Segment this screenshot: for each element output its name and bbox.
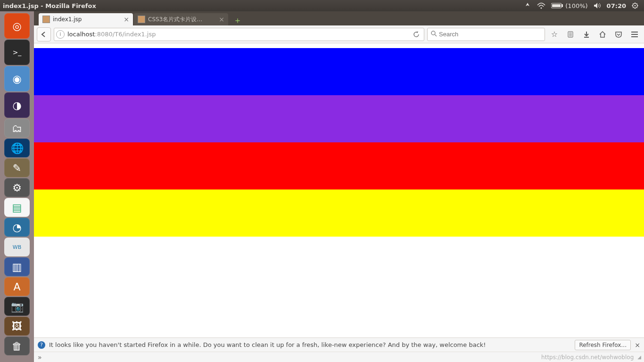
tab-close-button[interactable]: × (219, 16, 224, 23)
window-title: index1.jsp - Mozilla Firefox (3, 2, 96, 9)
svg-rect-3 (552, 4, 561, 7)
search-input[interactable] (439, 31, 542, 38)
launcher-files[interactable]: 🗂 (4, 119, 30, 138)
svg-line-7 (435, 34, 437, 36)
notification-bar: ? It looks like you haven't started Fire… (34, 337, 644, 352)
software-icon: A (13, 281, 20, 293)
search-bar[interactable] (427, 28, 545, 41)
files-icon: 🗂 (12, 123, 22, 134)
clipboard-icon (567, 31, 574, 38)
notification-text: It looks like you haven't started Firefo… (49, 341, 486, 348)
pocket-icon (615, 31, 622, 38)
color-stripe (34, 189, 644, 237)
battery-text: (100%) (565, 2, 587, 9)
launcher-software[interactable]: A (4, 277, 30, 296)
eclipse-icon: ◑ (12, 99, 21, 111)
home-icon (599, 31, 606, 38)
battery-indicator[interactable]: (100%) (551, 2, 587, 9)
firefox-icon: 🌐 (11, 142, 24, 154)
launcher-settings[interactable]: ⚙ (4, 178, 30, 197)
settings-icon: ⚙ (12, 182, 22, 194)
ubuntu-menubar: index1.jsp - Mozilla Firefox (100%) 07:2… (0, 0, 644, 11)
bookmark-star-button[interactable]: ☆ (548, 28, 561, 41)
info-icon: ? (38, 341, 45, 349)
color-stripe (34, 48, 644, 95)
notification-close-button[interactable]: × (635, 341, 640, 349)
back-button[interactable] (37, 27, 51, 41)
reload-icon (413, 31, 420, 38)
disk-icon: ◔ (12, 222, 21, 233)
unity-launcher: ◎ >_ ◉ ◑ 🗂 🌐 ✎ ⚙ ▤ ◔ WB ▥ A 📷 🖼 🗑 (0, 11, 34, 362)
clock[interactable]: 07:20 (607, 2, 626, 9)
color-stripe (34, 95, 644, 142)
status-bar: » https://blog.csdn.net/wohwoblog ◢ (34, 352, 644, 362)
color-stripe (34, 142, 644, 189)
home-button[interactable] (596, 28, 609, 41)
launcher-monitor[interactable]: ▥ (4, 257, 30, 276)
launcher-trash[interactable]: 🗑 (4, 337, 30, 355)
tab-label: CSS3名片式卡片设… (148, 16, 216, 24)
wifi-indicator-icon[interactable] (537, 2, 545, 9)
resize-grip-icon[interactable]: ◢ (637, 354, 640, 360)
overflow-chevron-icon[interactable]: » (38, 354, 42, 361)
libreoffice-icon: ▤ (12, 202, 22, 214)
reload-button[interactable] (411, 29, 422, 40)
favicon-icon (138, 16, 145, 23)
session-gear-icon[interactable] (632, 2, 638, 9)
tab-label: index1.jsp (53, 16, 121, 23)
tab-index1[interactable]: index1.jsp × (39, 13, 133, 25)
shotwell-icon: 🖼 (12, 321, 22, 332)
launcher-ubuntu-dash[interactable]: ◎ (4, 13, 30, 39)
launcher-workbench[interactable]: WB (4, 238, 30, 256)
search-icon (430, 30, 437, 38)
launcher-text-editor[interactable]: ✎ (4, 158, 30, 177)
downloads-button[interactable] (580, 28, 593, 41)
launcher-firefox[interactable]: 🌐 (4, 139, 30, 157)
site-info-icon[interactable]: i (56, 30, 65, 39)
launcher-libreoffice[interactable]: ▤ (4, 198, 30, 217)
sound-indicator-icon[interactable] (594, 2, 601, 9)
url-path: :8080/T6/index1.jsp (95, 31, 156, 38)
tab-close-button[interactable]: × (124, 16, 129, 23)
launcher-terminal[interactable]: >_ (4, 40, 30, 65)
launcher-chrome[interactable]: ◉ (4, 66, 30, 91)
nav-toolbar: i localhost:8080/T6/index1.jsp ☆ (34, 25, 644, 43)
hamburger-icon (631, 31, 638, 38)
launcher-eclipse[interactable]: ◑ (4, 92, 30, 118)
ubuntu-logo-icon: ◎ (12, 20, 21, 32)
menu-button[interactable] (628, 28, 641, 41)
new-tab-button[interactable]: ＋ (231, 15, 244, 25)
refresh-firefox-button[interactable]: Refresh Firefox… (575, 340, 631, 350)
firefox-window: index1.jsp × CSS3名片式卡片设… × ＋ i localhost… (34, 11, 644, 362)
launcher-shotwell[interactable]: 🖼 (4, 317, 30, 336)
terminal-icon: >_ (13, 49, 22, 56)
svg-rect-2 (561, 4, 563, 7)
favicon-icon (42, 16, 50, 23)
camera-icon: 📷 (11, 301, 24, 313)
tab-strip: index1.jsp × CSS3名片式卡片设… × ＋ (34, 11, 644, 25)
tab-css3[interactable]: CSS3名片式卡片设… × (134, 13, 228, 25)
svg-point-6 (431, 31, 435, 35)
star-icon: ☆ (551, 30, 558, 39)
text-editor-icon: ✎ (13, 162, 21, 174)
arrow-left-icon (41, 31, 47, 38)
svg-point-5 (635, 5, 636, 7)
workbench-icon: WB (13, 244, 21, 250)
pocket-button[interactable] (612, 28, 625, 41)
launcher-analyzer[interactable]: ◔ (4, 218, 30, 237)
chrome-icon: ◉ (12, 73, 21, 85)
monitor-icon: ▥ (12, 261, 22, 273)
trash-icon: 🗑 (12, 340, 22, 352)
url-host: localhost (67, 31, 95, 38)
watermark-text: https://blog.csdn.net/wohwoblog (541, 354, 634, 361)
launcher-camera[interactable]: 📷 (4, 297, 30, 316)
svg-point-0 (541, 8, 542, 9)
url-bar[interactable]: i localhost:8080/T6/index1.jsp (54, 28, 424, 41)
page-content (34, 43, 644, 337)
keyboard-indicator-icon[interactable] (524, 2, 531, 9)
library-button[interactable] (564, 28, 577, 41)
download-icon (583, 31, 590, 38)
